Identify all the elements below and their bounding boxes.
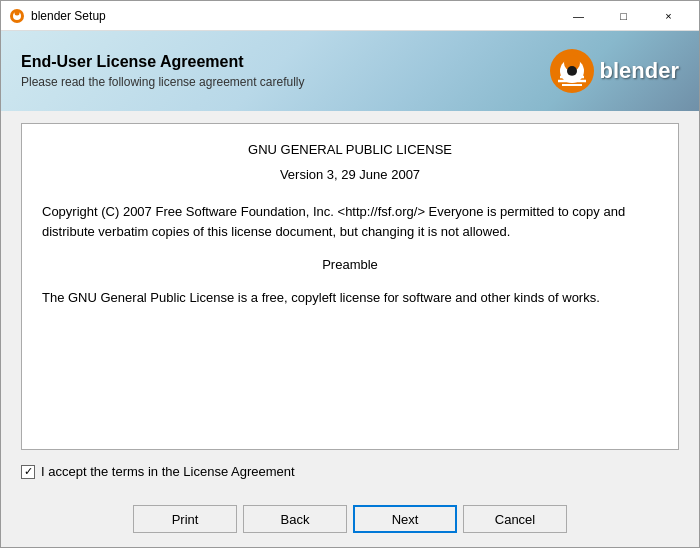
checkmark-icon: ✓ [24,465,33,478]
minimize-button[interactable]: — [556,1,601,31]
window: blender Setup — □ × End-User License Agr… [0,0,700,548]
license-title: GNU GENERAL PUBLIC LICENSE [42,140,658,161]
back-button[interactable]: Back [243,505,347,533]
blender-logo: blender [548,47,679,95]
print-button[interactable]: Print [133,505,237,533]
accept-row: ✓ I accept the terms in the License Agre… [21,460,679,483]
blender-logo-text: blender [600,58,679,84]
license-version: Version 3, 29 June 2007 [42,165,658,186]
maximize-button[interactable]: □ [601,1,646,31]
close-button[interactable]: × [646,1,691,31]
accept-checkbox[interactable]: ✓ [21,465,35,479]
svg-point-2 [15,10,20,15]
window-title: blender Setup [31,9,556,23]
license-para-1: Copyright (C) 2007 Free Software Foundat… [42,202,658,244]
license-text-scroll[interactable]: GNU GENERAL PUBLIC LICENSE Version 3, 29… [22,124,678,449]
blender-logo-icon [548,47,596,95]
svg-point-6 [567,66,577,76]
title-bar: blender Setup — □ × [1,1,699,31]
content-area: GNU GENERAL PUBLIC LICENSE Version 3, 29… [1,111,699,495]
window-controls: — □ × [556,1,691,31]
header-text: End-User License Agreement Please read t… [21,53,305,89]
license-para-2: The GNU General Public License is a free… [42,288,658,309]
license-preamble-title: Preamble [42,255,658,276]
next-button[interactable]: Next [353,505,457,533]
page-subtitle: Please read the following license agreem… [21,75,305,89]
page-title: End-User License Agreement [21,53,305,71]
license-box: GNU GENERAL PUBLIC LICENSE Version 3, 29… [21,123,679,450]
app-icon [9,8,25,24]
header-area: End-User License Agreement Please read t… [1,31,699,111]
accept-label: I accept the terms in the License Agreem… [41,464,295,479]
cancel-button[interactable]: Cancel [463,505,567,533]
button-row: Print Back Next Cancel [1,495,699,547]
